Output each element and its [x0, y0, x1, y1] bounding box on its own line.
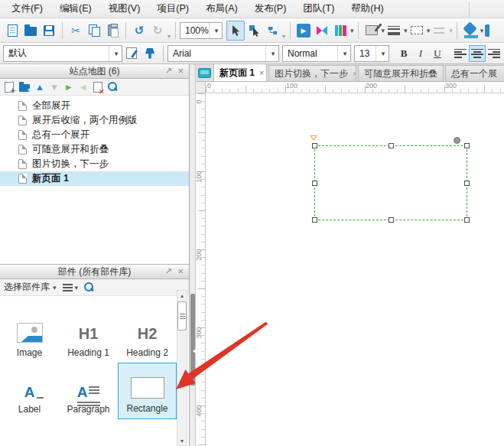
- close-icon[interactable]: ×: [177, 66, 184, 76]
- chevron-down-icon[interactable]: ▾: [480, 27, 484, 34]
- menu-view[interactable]: 视图(V): [101, 0, 148, 18]
- tab-new-page-1[interactable]: 新页面 1 ×: [213, 64, 267, 81]
- toolbar-overflow-icon[interactable]: ▾: [167, 33, 171, 40]
- search-icon[interactable]: [84, 282, 94, 292]
- menu-publish[interactable]: 发布(P): [247, 0, 294, 18]
- widget-rectangle-selected[interactable]: Rectangle: [118, 363, 177, 419]
- delete-page-icon[interactable]: [93, 82, 102, 93]
- resize-handle-w[interactable]: [312, 181, 317, 186]
- sitemap-page-item[interactable]: 总有一个展开: [0, 128, 189, 142]
- resize-handle-s[interactable]: [389, 217, 394, 223]
- widget-label: Heading 2: [126, 347, 168, 358]
- connector-tool-button[interactable]: [263, 21, 281, 41]
- select-partial-tool-button[interactable]: [245, 21, 263, 41]
- widget-button-partial[interactable]: [118, 422, 177, 446]
- resize-handle-ne[interactable]: [464, 143, 470, 148]
- add-page-icon[interactable]: [5, 82, 14, 93]
- close-icon[interactable]: ×: [177, 266, 184, 276]
- font-size-select[interactable]: 13 ▾: [354, 45, 389, 62]
- bold-button[interactable]: B: [395, 45, 412, 62]
- save-button[interactable]: [40, 21, 58, 41]
- underline-button[interactable]: U: [429, 45, 446, 62]
- sitemap-page-item[interactable]: 全部展开: [0, 99, 189, 113]
- widget-paragraph[interactable]: AParagraph: [59, 363, 118, 419]
- tab-image-switch[interactable]: 图片切换，下一步 ×: [268, 65, 356, 81]
- menu-file[interactable]: 文件(F): [4, 0, 50, 18]
- page-style-button[interactable]: [331, 21, 350, 41]
- resize-handle-n[interactable]: [389, 143, 394, 148]
- align-right-button[interactable]: [486, 45, 502, 62]
- menu-project[interactable]: 项目(P): [149, 0, 197, 18]
- sitemap-page-item[interactable]: 图片切换，下一步: [0, 157, 189, 171]
- page-label: 图片切换，下一步: [32, 158, 109, 171]
- widget-heading2[interactable]: H2Heading 2: [118, 306, 177, 363]
- scrollbar-thumb[interactable]: [177, 301, 187, 330]
- tab-expand-collapse[interactable]: 可随意展开和折叠 ×: [358, 65, 444, 81]
- scroll-up-icon[interactable]: ▲: [177, 291, 187, 300]
- font-family-select[interactable]: Arial ▾: [167, 45, 279, 62]
- align-left-button[interactable]: [452, 45, 469, 62]
- italic-button[interactable]: I: [412, 45, 429, 62]
- sitemap-page-item[interactable]: 展开后收缩，两个用例版: [0, 113, 189, 128]
- tab-close-icon[interactable]: ×: [259, 68, 264, 77]
- open-file-button[interactable]: [21, 21, 40, 41]
- menu-edit[interactable]: 编辑(E): [52, 0, 99, 18]
- arrow-style-button[interactable]: [430, 21, 448, 41]
- chevron-down-icon[interactable]: ▾: [404, 27, 408, 34]
- style-editor-button[interactable]: [122, 44, 141, 63]
- widgets-scrollbar[interactable]: ▲ ▼: [177, 290, 187, 446]
- sitemap-page-item-selected[interactable]: 新页面 1: [0, 171, 189, 186]
- widget-shapes-partial[interactable]: [59, 422, 118, 446]
- border-edit-button[interactable]: [363, 21, 381, 41]
- format-painter-button[interactable]: [141, 44, 159, 63]
- tab-close-icon[interactable]: ×: [442, 69, 444, 78]
- widget-heading1[interactable]: H1Heading 1: [59, 306, 118, 363]
- page-icon: [18, 130, 27, 140]
- sitemap-page-item[interactable]: 可随意展开和折叠: [0, 142, 189, 157]
- copy-button[interactable]: [85, 21, 103, 41]
- menu-help[interactable]: 帮助(H): [343, 0, 391, 18]
- toolbar-overflow-icon[interactable]: ▾: [282, 33, 285, 40]
- zoom-select[interactable]: 100% ▾: [180, 22, 223, 39]
- pages-icon[interactable]: [198, 68, 211, 78]
- resize-handle-nw[interactable]: [312, 143, 317, 148]
- collapse-arrow-icon[interactable]: [190, 349, 196, 353]
- paste-button[interactable]: [103, 21, 122, 41]
- publish-button[interactable]: [313, 21, 331, 41]
- add-folder-icon[interactable]: [19, 84, 30, 92]
- resize-handle-sw[interactable]: [312, 217, 317, 223]
- select-tool-button[interactable]: [226, 21, 245, 41]
- chevron-down-icon[interactable]: ▾: [350, 27, 354, 34]
- selected-rectangle-widget[interactable]: [314, 145, 467, 220]
- resize-handle-se[interactable]: [464, 217, 470, 223]
- widget-label-item[interactable]: ALabel: [0, 363, 59, 419]
- ruler-label: 200: [366, 82, 377, 90]
- new-file-button[interactable]: [3, 21, 21, 41]
- tab-close-icon[interactable]: ×: [353, 69, 356, 78]
- redo-button[interactable]: ↻: [148, 21, 167, 41]
- widget-image[interactable]: Image: [0, 306, 59, 363]
- scroll-down-icon[interactable]: ▼: [177, 436, 187, 445]
- design-canvas[interactable]: [206, 93, 504, 446]
- resize-handle-e[interactable]: [464, 181, 470, 186]
- menu-layout[interactable]: 布局(A): [198, 0, 245, 18]
- view-options-button[interactable]: ▾: [63, 284, 79, 291]
- tab-always-one-open[interactable]: 总有一个展: [445, 65, 504, 81]
- popout-icon[interactable]: ↗: [165, 266, 172, 276]
- font-weight-select[interactable]: Normal ▾: [282, 45, 351, 62]
- search-icon[interactable]: [108, 82, 118, 92]
- align-center-button[interactable]: [469, 45, 486, 62]
- line-style-button[interactable]: [408, 21, 426, 41]
- widget-placeholder-partial[interactable]: [0, 422, 59, 446]
- library-select-button[interactable]: 选择部件库 ▾: [4, 281, 57, 294]
- move-up-icon[interactable]: ▲: [35, 83, 44, 92]
- cut-button[interactable]: ✂: [67, 21, 85, 41]
- undo-button[interactable]: ↺: [130, 21, 148, 41]
- popout-icon[interactable]: ↗: [165, 66, 172, 76]
- indent-icon[interactable]: ►: [64, 83, 73, 92]
- preview-button[interactable]: ▶: [294, 21, 313, 41]
- fill-color-button[interactable]: [461, 21, 480, 41]
- line-weight-button[interactable]: [385, 21, 403, 41]
- menu-team[interactable]: 团队(T): [295, 0, 342, 18]
- widget-style-select[interactable]: 默认 ▾: [3, 45, 122, 62]
